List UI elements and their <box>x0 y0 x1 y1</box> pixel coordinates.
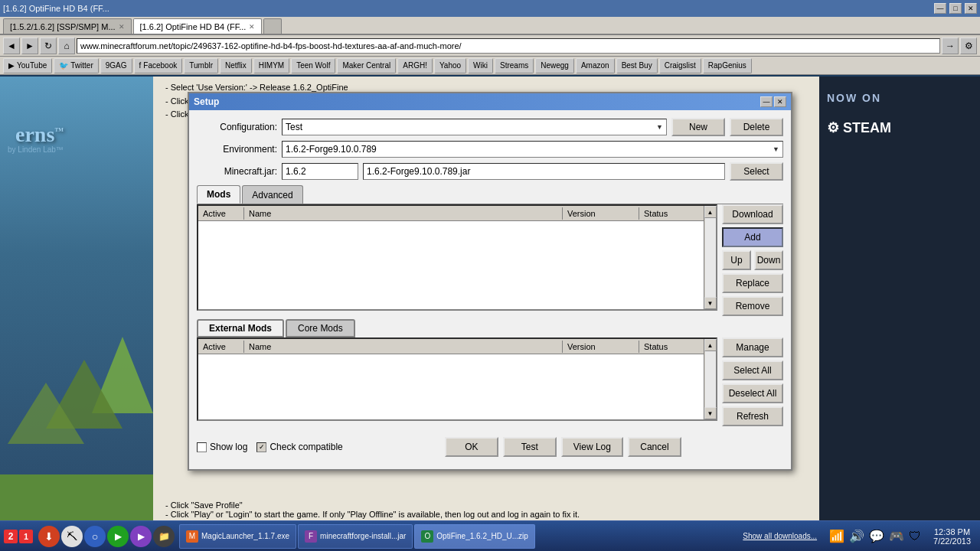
browser-icon[interactable]: ○ <box>84 526 106 547</box>
check-compatible-checkbox-item[interactable]: ✓ Check compatible <box>256 442 342 452</box>
select-all-button[interactable]: Select All <box>722 360 783 380</box>
dialog-title-bar[interactable]: Setup — ✕ <box>189 93 791 110</box>
tab-core-mods[interactable]: Core Mods <box>286 319 355 337</box>
bookmark-argh[interactable]: ARGH! <box>397 58 433 73</box>
delete-button[interactable]: Delete <box>730 118 783 136</box>
minecraft-icon[interactable]: ⛏ <box>61 526 83 547</box>
forward-button[interactable]: ► <box>21 37 38 54</box>
download-button[interactable]: Download <box>722 204 783 224</box>
play-icon[interactable]: ▶ <box>107 526 129 547</box>
tab-2[interactable]: [1.6.2] OptiFine HD B4 (FF... ✕ <box>133 18 263 34</box>
minecraft-jar-row: Minecraft.jar: Select <box>197 162 783 181</box>
tab-1[interactable]: [1.5.2/1.6.2] [SSP/SMP] M... ✕ <box>3 18 132 34</box>
game-icon[interactable]: 🎮 <box>889 529 904 543</box>
bookmark-bestbuy[interactable]: Best Buy <box>616 58 658 73</box>
back-button[interactable]: ◄ <box>3 37 20 54</box>
action-buttons: OK Test View Log Cancel <box>343 432 783 461</box>
home-button[interactable]: ⌂ <box>58 37 75 54</box>
refresh-button[interactable]: Refresh <box>722 406 783 426</box>
environment-dropdown[interactable]: 1.6.2-Forge9.10.0.789 ▼ <box>282 141 783 158</box>
shield-icon[interactable]: 🛡 <box>909 530 921 543</box>
tab-mods[interactable]: Mods <box>197 185 240 204</box>
scroll-down-arrow[interactable]: ▼ <box>704 297 717 309</box>
clock-time: 12:38 PM <box>933 527 971 536</box>
skype-icon[interactable]: 💬 <box>869 529 884 543</box>
configuration-row: Configuration: Test ▼ New Delete <box>197 118 783 136</box>
media-icon[interactable]: ▶ <box>130 526 152 547</box>
folder-icon[interactable]: 📁 <box>153 526 175 547</box>
bookmark-youtube[interactable]: ▶YouTube <box>3 58 52 73</box>
remove-button[interactable]: Remove <box>722 296 783 316</box>
taskbar-forge[interactable]: F minecraftforge-install...jar <box>298 524 413 549</box>
settings-icon[interactable]: ⚙ <box>960 37 977 54</box>
bookmark-maker[interactable]: Maker Central <box>337 58 396 73</box>
tab-new[interactable] <box>263 18 282 34</box>
down-button[interactable]: Down <box>754 250 783 270</box>
refresh-button[interactable]: ↻ <box>40 37 57 54</box>
tab-external-mods[interactable]: External Mods <box>197 319 284 337</box>
dialog-minimize-button[interactable]: — <box>760 96 773 107</box>
bottom-table-body[interactable] <box>198 354 716 419</box>
deselect-all-button[interactable]: Deselect All <box>722 383 783 403</box>
torrent-icon[interactable]: ⬇ <box>38 526 60 547</box>
cancel-button[interactable]: Cancel <box>628 437 681 457</box>
mods-table-body[interactable] <box>198 221 716 309</box>
bookmark-netflix[interactable]: Netflix <box>220 58 252 73</box>
select-button[interactable]: Select <box>730 162 783 181</box>
maximize-button[interactable]: □ <box>949 3 962 14</box>
close-button[interactable]: ✕ <box>965 3 977 14</box>
show-downloads-link[interactable]: Show all downloads... <box>737 532 823 540</box>
bookmark-craigslist[interactable]: Craigslist <box>659 58 701 73</box>
up-button[interactable]: Up <box>722 250 751 270</box>
scroll-up-arrow[interactable]: ▲ <box>704 206 717 218</box>
taskbar-magic-launcher[interactable]: M MagicLauncher_1.1.7.exe <box>179 524 296 549</box>
start-icon2[interactable]: 1 <box>19 530 33 543</box>
go-button[interactable]: → <box>942 37 959 54</box>
minecraft-jar-input2[interactable] <box>363 163 725 180</box>
bottom-scrollbar[interactable]: ▲ ▼ <box>704 339 716 419</box>
tab-bar: [1.5.2/1.6.2] [SSP/SMP] M... ✕ [1.6.2] O… <box>0 17 980 35</box>
show-log-checkbox-item[interactable]: Show log <box>197 442 247 452</box>
bottom-scroll-track[interactable] <box>705 351 716 407</box>
view-log-button[interactable]: View Log <box>561 437 623 457</box>
address-bar[interactable] <box>77 38 940 54</box>
bookmark-tumblr[interactable]: Tumblr <box>184 58 218 73</box>
dialog-close-button[interactable]: ✕ <box>774 96 786 107</box>
volume-icon[interactable]: 🔊 <box>849 529 864 543</box>
bookmark-twitter[interactable]: 🐦Twitter <box>54 58 98 73</box>
check-compatible-checkbox[interactable]: ✓ <box>256 442 266 452</box>
bookmark-newegg[interactable]: Newegg <box>535 58 574 73</box>
bottom-scroll-down[interactable]: ▼ <box>704 407 717 419</box>
start-icon[interactable]: 2 <box>4 530 18 543</box>
bookmark-streams[interactable]: Streams <box>495 58 534 73</box>
test-button[interactable]: Test <box>503 437 557 457</box>
tab-2-close[interactable]: ✕ <box>249 23 255 31</box>
environment-arrow-icon: ▼ <box>773 145 779 153</box>
manage-button[interactable]: Manage <box>722 337 783 357</box>
add-button[interactable]: Add <box>722 227 783 247</box>
configuration-dropdown[interactable]: Test ▼ <box>282 119 667 135</box>
bookmark-rapgenius[interactable]: RapGenius <box>703 58 752 73</box>
mods-scrollbar[interactable]: ▲ ▼ <box>704 206 716 309</box>
scroll-track[interactable] <box>705 218 716 297</box>
bottom-tabs-bar: External Mods Core Mods <box>197 319 783 337</box>
taskbar-optifine[interactable]: O OptiFine_1.6.2_HD_U...zip <box>414 524 535 549</box>
bookmark-amazon[interactable]: Amazon <box>576 58 615 73</box>
network-icon[interactable]: 📶 <box>829 529 844 543</box>
tab-advanced[interactable]: Advanced <box>242 185 302 204</box>
bookmark-wiki[interactable]: Wiki <box>468 58 493 73</box>
bookmark-teenwolf[interactable]: Teen Wolf <box>291 58 335 73</box>
bookmark-himym[interactable]: HIMYM <box>253 58 289 73</box>
show-log-checkbox[interactable] <box>197 442 207 452</box>
bookmark-facebook[interactable]: fFacebook <box>134 58 183 73</box>
replace-button[interactable]: Replace <box>722 273 783 293</box>
bookmark-9gag[interactable]: 9GAG <box>100 58 132 73</box>
bottom-col-name-header: Name <box>244 341 563 353</box>
new-button[interactable]: New <box>671 118 725 136</box>
bottom-scroll-up[interactable]: ▲ <box>704 339 717 351</box>
tab-1-close[interactable]: ✕ <box>119 23 125 31</box>
bookmark-yahoo[interactable]: Yahoo <box>434 58 466 73</box>
minimize-button[interactable]: — <box>934 3 946 14</box>
minecraft-jar-input1[interactable] <box>282 163 358 180</box>
ok-button[interactable]: OK <box>445 437 498 457</box>
